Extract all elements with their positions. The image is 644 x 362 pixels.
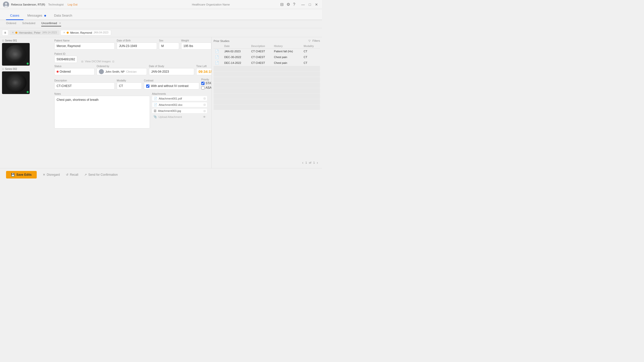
series-001-status-dot	[27, 63, 29, 65]
modality-value[interactable]: CT	[117, 82, 142, 89]
filters-label[interactable]: Filters	[312, 39, 320, 42]
patient-tab-hernandez[interactable]: ✕ Hernandez, Peter JAN-14-2023	[9, 30, 59, 35]
row-icon: 📄	[214, 60, 223, 66]
sub-tab-ordered[interactable]: Ordered	[6, 22, 16, 26]
col-header-type: Description	[250, 44, 273, 49]
help-icon[interactable]: ?	[293, 2, 295, 7]
modality-label: Modality	[117, 79, 142, 82]
attachment-external-2[interactable]: ⊡	[204, 103, 206, 106]
dob-value[interactable]: JUN-23-1949	[117, 42, 157, 50]
series-001-thumbnail[interactable]	[2, 43, 30, 66]
patient-id-value[interactable]: 59394891092	[54, 56, 77, 63]
ordered-by-label: Ordered by	[97, 65, 147, 68]
description-field-group: Description CT-CHEST	[54, 79, 115, 89]
attachment-item-3[interactable]: 🖼 Attachment003.jpg ⊡	[152, 108, 207, 113]
contrast-label: Contrast	[144, 79, 199, 82]
status-text: Ordered	[60, 70, 71, 73]
series-002-label: ⊡ Series 002	[2, 68, 48, 70]
document-icon[interactable]: ⊟	[280, 2, 284, 7]
logout-button[interactable]: Log Out	[68, 3, 77, 6]
upload-attachment-row[interactable]: 📎 Upload Attachment 👁	[152, 114, 207, 119]
series-002-thumbnail[interactable]	[2, 71, 30, 94]
contrast-checkbox-field[interactable]: With and without IV contrast	[144, 82, 199, 89]
date-of-study-value[interactable]: JAN-04-2023	[149, 68, 194, 75]
attachment-external-1[interactable]: ⊡	[204, 97, 206, 100]
disregard-button[interactable]: ✕ Disregard	[43, 173, 60, 176]
sub-tab-unconfirmed[interactable]: Unconfirmed ✕	[41, 22, 61, 26]
status-badge: Ordered	[54, 68, 95, 75]
prior-studies-controls: ▽ Filters	[308, 39, 320, 42]
prior-table-row[interactable]: 📄 JAN-02-2023 CT CHEST Patient fall (Hx)…	[214, 49, 320, 54]
view-dicom-label[interactable]: View DICOM Images	[85, 60, 111, 63]
row-date: DEC-14-2022	[223, 60, 250, 66]
minimize-button[interactable]: —	[300, 3, 306, 7]
date-of-study-label: Date of Study	[149, 65, 194, 68]
save-icon: 💾	[11, 173, 15, 176]
save-edits-button[interactable]: 💾 Save Edits	[6, 171, 37, 178]
stat-option[interactable]: STAT	[201, 81, 211, 85]
upload-label: Upload Attachment	[158, 115, 182, 118]
time-left-value: 09:34:15	[196, 68, 211, 75]
list-view-button[interactable]: ≡	[2, 30, 8, 36]
svg-point-1	[5, 3, 7, 5]
row-modality: CT	[302, 49, 320, 54]
next-page-button[interactable]: ›	[317, 161, 318, 165]
app-window: Rebecca Sanderson, RT(R) Technologist Lo…	[0, 0, 322, 181]
prior-table-empty-row	[214, 71, 320, 77]
attachment-item-2[interactable]: 📄 Attachment002.doc ⊡	[152, 102, 207, 107]
notes-field-group: Notes Chest pain, shortness of breath	[54, 93, 150, 128]
ordered-by-field-group: Ordered by John Smith, NP Clinician	[97, 65, 147, 75]
description-value[interactable]: CT-CHEST	[54, 82, 115, 89]
settings-icon[interactable]: ⚙	[287, 2, 290, 7]
clinician-avatar	[99, 69, 104, 74]
tab-data-search[interactable]: Data Search	[50, 12, 76, 20]
sub-tab-close-icon[interactable]: ✕	[59, 22, 61, 25]
contrast-text: With and without IV contrast	[151, 84, 188, 88]
attachment-external-3[interactable]: ⊡	[204, 110, 206, 112]
tab-cases[interactable]: Cases	[6, 12, 23, 20]
nav-tabs: Cases Messages Data Search	[0, 9, 322, 20]
notes-textarea[interactable]: Chest pain, shortness of breath	[54, 96, 150, 128]
time-left-field-group: Time Left 09:34:15	[196, 65, 211, 75]
maximize-button[interactable]: □	[308, 3, 312, 7]
clinician-name: John Smith, NP	[105, 70, 125, 73]
asap-checkbox[interactable]	[201, 86, 205, 89]
close-tab-mercer[interactable]: ✕	[63, 31, 65, 34]
prior-studies-title: Prior Studies	[214, 39, 229, 42]
prior-table-empty-row	[214, 82, 320, 88]
prior-table-row[interactable]: 📄 DEC-14-2022 CT CHEST Chest pain CT	[214, 60, 320, 66]
stat-checkbox[interactable]	[201, 82, 205, 85]
sex-value[interactable]: M	[159, 42, 179, 50]
send-for-confirmation-button[interactable]: ↗ Send for Confirmation	[84, 173, 118, 176]
sex-label: Sex	[159, 39, 179, 42]
prior-table-empty-row	[214, 105, 320, 110]
asap-option[interactable]: ASAP	[201, 86, 211, 89]
contrast-checkbox[interactable]	[146, 84, 149, 88]
attachment-file-icon-1: 📄	[154, 97, 157, 100]
filter-icon[interactable]: ▽	[308, 39, 310, 42]
attachment-item-1[interactable]: 📄 Attachment001.pdf ⊡	[152, 96, 207, 101]
recall-button[interactable]: ↺ Recall	[66, 173, 78, 176]
row-modality: CT	[302, 54, 320, 60]
patient-tab-mercer[interactable]: ✕ Mercer, Raymond JAN-04-2023	[60, 30, 111, 35]
close-tab-hernandez[interactable]: ✕	[12, 31, 14, 34]
patient-id-row: Patient ID 59394891092 ⊟ View DICOM Imag…	[54, 53, 207, 63]
row-date: JAN-02-2023	[223, 49, 250, 54]
prior-table-header-row: Date Description History Modality	[214, 44, 320, 49]
prior-table-empty-row	[214, 99, 320, 105]
weight-value[interactable]: 195 lbs	[181, 42, 211, 50]
external-link-icon[interactable]: ⊡	[112, 60, 114, 63]
prior-table-row[interactable]: 📄 DEC-30-2022 CT CHEST Chest pain CT	[214, 54, 320, 60]
prior-table-empty-row	[214, 77, 320, 82]
patient-name-label: Patient Name	[54, 39, 115, 42]
prior-table-empty-row	[214, 88, 320, 94]
tab-messages[interactable]: Messages	[23, 12, 50, 20]
prev-page-button[interactable]: ‹	[302, 161, 303, 165]
priority-options: STAT ASAP	[201, 81, 211, 89]
attachments-list: 📄 Attachment001.pdf ⊡ 📄 Attachment002.do…	[152, 96, 207, 119]
page-total: 1	[313, 161, 315, 164]
status-field-group: Status Ordered	[54, 65, 95, 75]
sub-tab-scheduled[interactable]: Scheduled	[22, 22, 35, 26]
patient-name-value[interactable]: Mercer, Raymond	[54, 42, 115, 50]
close-button[interactable]: ✕	[314, 3, 319, 7]
